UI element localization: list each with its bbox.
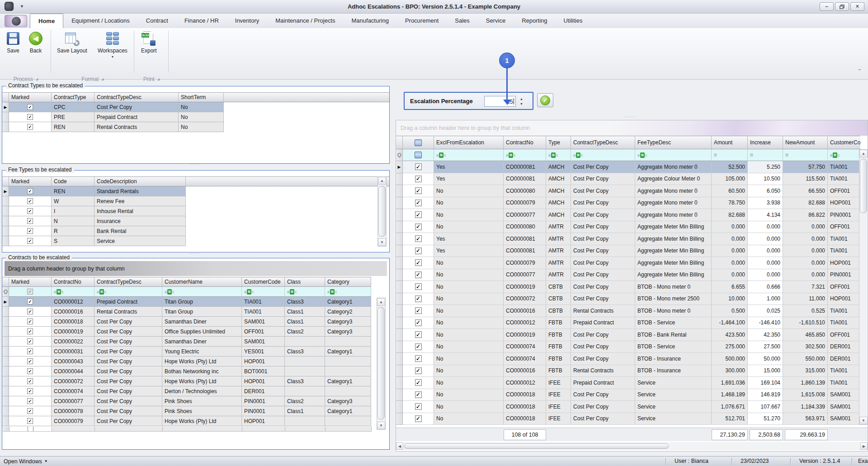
row-checkbox[interactable]: ✓ — [415, 223, 422, 230]
ribbon-tab[interactable]: Home — [30, 14, 63, 28]
table-row[interactable]: ▶ ✓ CO0000078 Cost Per Copy Pink Shoes P… — [2, 406, 389, 416]
marked-checkbox[interactable]: ✓ — [27, 104, 33, 110]
workspaces-button[interactable]: Workspaces ▼ — [96, 30, 129, 59]
fee-types-vscrollbar[interactable]: ▲ ▼ — [377, 176, 387, 247]
marked-checkbox[interactable]: ✓ — [27, 328, 33, 334]
column-header[interactable]: Code — [52, 176, 94, 186]
filter-cell[interactable]: aBc — [828, 149, 860, 161]
filter-cell[interactable]: aBc — [571, 149, 635, 161]
save-button[interactable]: Save — [4, 30, 23, 55]
table-row[interactable]: ▶ ✓ CO0000012 Prepaid Contract Titan Gro… — [2, 297, 389, 307]
filter-cell[interactable]: aBc — [52, 287, 94, 297]
column-header[interactable]: ContractNo — [504, 136, 546, 149]
marked-checkbox[interactable]: ✓ — [27, 198, 33, 204]
row-checkbox[interactable]: ✓ — [415, 331, 422, 338]
table-row[interactable]: ▶ ✓ Yes CO0000081 AMTR Cost Per Copy Agg… — [396, 245, 868, 257]
table-row[interactable]: ▶ ✓ No CO0000016 FBTB Rental Contracts B… — [396, 365, 868, 377]
open-windows-button[interactable]: Open Windows▼ — [4, 458, 48, 465]
table-row[interactable]: ▶ ✓ No CO0000077 AMCH Cost Per Copy Aggr… — [396, 209, 868, 221]
ribbon-tab[interactable]: Maintenance / Projects — [267, 14, 343, 28]
table-row[interactable]: ▶ ✓ No CO0000018 IFEE Cost Per Copy Serv… — [396, 413, 868, 425]
column-header[interactable]: ContractTypeDesc — [94, 277, 162, 287]
row-checkbox[interactable]: ✓ — [415, 319, 422, 326]
table-row[interactable]: ▶ ✓ CO0000044 Cost Per Copy Bothas Netwo… — [2, 366, 389, 376]
column-header[interactable]: NewAmount — [783, 136, 828, 149]
table-row[interactable]: ▶ ✓ No CO0000079 AMCH Cost Per Copy Aggr… — [396, 197, 868, 209]
row-checkbox[interactable]: ✓ — [415, 235, 422, 242]
table-row[interactable]: ▶ ✓ No CO0000012 IFEE Prepaid Contract S… — [396, 377, 868, 389]
row-checkbox[interactable]: ✓ — [415, 259, 422, 266]
filter-cell[interactable]: = — [748, 149, 783, 161]
scroll-up-icon[interactable]: ▲ — [378, 177, 386, 185]
select-all-grid-icon[interactable] — [415, 152, 422, 158]
filter-cell[interactable]: aBc — [434, 149, 504, 161]
scroll-right-icon[interactable]: ▶ — [860, 442, 868, 450]
table-row[interactable]: ▶ ✓ CO0000043 Cost Per Copy Hope Works (… — [2, 357, 389, 366]
marked-checkbox[interactable]: ✓ — [27, 418, 33, 424]
marked-checkbox[interactable]: ✓ — [27, 188, 33, 194]
marked-checkbox[interactable]: ✓ — [27, 368, 33, 374]
table-row[interactable]: ▶ ✓ Yes CO0000081 AMCH Cost Per Copy Agg… — [396, 161, 868, 173]
scroll-down-icon[interactable]: ▼ — [859, 417, 868, 424]
filter-cell[interactable]: aBc — [242, 287, 285, 297]
column-header[interactable]: Increase — [748, 136, 783, 149]
scroll-up-icon[interactable]: ▲ — [859, 150, 868, 157]
table-row[interactable]: ▶ ✓ CO0000077 Cost Per Copy Pink Shoes P… — [2, 396, 389, 406]
scroll-down-icon[interactable]: ▼ — [377, 422, 385, 429]
marked-checkbox[interactable]: ✓ — [27, 378, 33, 384]
table-row[interactable]: ▶ ✓ CO0000031 Cost Per Copy Young Electr… — [2, 347, 389, 357]
row-checkbox[interactable]: ✓ — [415, 307, 422, 314]
app-icon[interactable] — [5, 2, 14, 11]
row-checkbox[interactable]: ✓ — [415, 379, 422, 386]
row-checkbox[interactable]: ✓ — [415, 200, 422, 206]
scroll-up-icon[interactable]: ▲ — [377, 298, 385, 306]
marked-checkbox[interactable]: ✓ — [27, 124, 33, 130]
marked-checkbox[interactable]: ✓ — [27, 319, 33, 324]
spin-down-icon[interactable]: ▼ — [518, 102, 525, 106]
filter-cell[interactable]: aBc — [325, 287, 371, 297]
ribbon-tab[interactable]: Procurement — [397, 14, 447, 28]
table-row[interactable]: ▶ ✓ No CO0000018 IFEE Cost Per Copy Serv… — [396, 401, 868, 413]
row-checkbox[interactable]: ✓ — [415, 163, 422, 170]
filter-cell[interactable]: aBc — [546, 149, 571, 161]
contracts-group-by-bar[interactable]: Drag a column header to group by that co… — [5, 261, 387, 276]
escalation-grid-hscrollbar[interactable]: ◀ ▶ — [396, 442, 868, 450]
ribbon-tab[interactable]: Reporting — [514, 14, 555, 28]
table-row[interactable]: ▶ ✓ R Bank Rental — [2, 226, 389, 236]
marked-checkbox[interactable]: ✓ — [27, 348, 33, 354]
table-row[interactable]: ▶ ✓ REN Standard Rentals — [2, 186, 389, 196]
column-header[interactable]: ShortTerm — [179, 92, 224, 102]
apply-escalation-button[interactable]: ✓ — [537, 93, 553, 107]
marked-checkbox[interactable] — [28, 427, 33, 432]
ribbon-tab[interactable]: Equipment / Locations — [63, 14, 138, 28]
row-checkbox[interactable]: ✓ — [415, 391, 422, 398]
column-header[interactable]: CustomerCode — [242, 277, 285, 287]
splitter-handle[interactable]: ······ — [189, 251, 200, 256]
row-checkbox[interactable]: ✓ — [415, 176, 422, 182]
row-checkbox[interactable]: ✓ — [415, 283, 422, 290]
table-row[interactable]: ▶ ✓ No CO0000019 FBTB Cost Per Copy BTOB… — [396, 329, 868, 341]
column-header[interactable]: FeeTypeDesc — [635, 136, 712, 149]
save-layout-button[interactable]: Save Layout — [55, 30, 89, 55]
table-row[interactable]: ▶ ✓ CO0000019 Cost Per Copy Office Suppl… — [2, 327, 389, 337]
row-checkbox[interactable]: ✓ — [415, 247, 422, 254]
row-checkbox[interactable]: ✓ — [415, 211, 422, 218]
ribbon-tab[interactable]: Inventory — [227, 14, 267, 28]
minimize-button[interactable]: – — [820, 2, 834, 11]
row-checkbox[interactable]: ✓ — [415, 355, 422, 362]
filter-cell[interactable]: aBc — [162, 287, 242, 297]
column-header[interactable]: CodeDescription — [94, 176, 186, 186]
row-checkbox[interactable]: ✓ — [415, 187, 422, 194]
table-row[interactable]: ▶ ✓ REN Rental Contracts No — [2, 122, 389, 132]
ribbon-collapse-icon[interactable]: ⌃ — [858, 68, 862, 73]
table-row[interactable]: ▶ ✓ I Inhouse Rental — [2, 206, 389, 216]
table-row[interactable]: ▶ ✓ No CO0000018 IFEE Cost Per Copy Serv… — [396, 389, 868, 401]
table-row[interactable]: ▶ ✓ No CO0000074 FBTB Cost Per Copy BTOB… — [396, 341, 868, 353]
row-checkbox[interactable]: ✓ — [415, 403, 422, 410]
table-row[interactable]: ▶ ✓ CO0000074 Cost Per Copy Derton / Tec… — [2, 386, 389, 396]
marked-checkbox[interactable]: ✓ — [27, 238, 33, 244]
marked-checkbox[interactable]: ✓ — [27, 208, 33, 214]
ribbon-tab[interactable]: Sales — [447, 14, 478, 28]
column-header[interactable]: ContractNo — [52, 277, 94, 287]
column-header[interactable]: ContractTypeDesc — [571, 136, 635, 149]
